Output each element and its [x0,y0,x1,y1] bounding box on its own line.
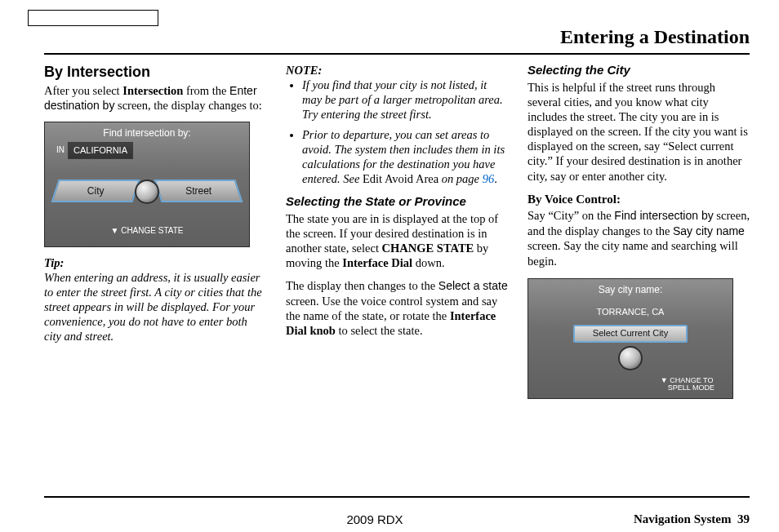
state-box[interactable]: CALIFORNIA [68,142,133,160]
text: After you select [44,84,122,97]
screen1-title: Find intersection by: [45,127,249,140]
street-button-label: Street [185,184,211,197]
text-sans: Select a state [438,279,508,292]
heading-by-intersection: By Intersection [44,63,266,82]
text-bold: CHANGE STATE [382,242,474,255]
tip-body: When entering an address, it is usually … [44,270,266,344]
city-display: TORRANCE, CA [597,307,665,318]
content-columns: By Intersection After you select Interse… [44,63,750,399]
text: SPELL MODE [668,383,714,392]
city-button[interactable]: City [51,180,140,202]
text: Say “City” on the [527,209,614,222]
text-bold: Intersection [122,84,183,97]
state-paragraph-1: The state you are in is displayed at the… [286,211,508,271]
state-paragraph-2: The display then changes to the Select a… [286,278,508,338]
footer-right: Navigation System 39 [634,512,750,526]
city-button-label: City [87,184,105,197]
text: screen. Say the city name and searching … [527,239,738,267]
note-list: If you find that your city is not listed… [286,78,508,186]
text: down. [412,256,444,269]
text: . [494,172,497,185]
text: to select the state. [336,324,423,337]
page-link[interactable]: 96 [483,172,495,185]
text-sans: Say city name [673,224,745,237]
text-bold: Interface Dial [342,256,412,269]
note-item-1: If you find that your city is not listed… [302,78,508,122]
select-current-city-button[interactable]: Select Current City [573,325,688,343]
text: screen, the display changes to: [114,99,261,112]
intro-paragraph: After you select Intersection from the E… [44,83,266,113]
page-number: 39 [737,512,750,525]
state-row: IN CALIFORNIA [56,142,133,160]
city-paragraph-1: This is helpful if the street runs throu… [527,80,750,184]
heading-selecting-city: Selecting the City [527,63,750,78]
column-1: By Intersection After you select Interse… [44,63,266,399]
text: The display then changes to the [286,279,438,292]
nav-screen-say-city: Say city name: TORRANCE, CA Select Curre… [527,278,733,399]
interface-dial-icon[interactable] [618,346,643,370]
voice-paragraph: Say “City” on the Find intersection by s… [527,208,750,268]
note-label: NOTE: [286,63,508,78]
text-sans: Find intersection by [614,209,713,222]
in-label: IN [56,145,65,156]
heading-selecting-state: Selecting the State or Province [286,194,508,210]
spell-mode-label[interactable]: ▼ CHANGE TO SPELL MODE [661,377,714,392]
heading-by-voice: By Voice Control: [527,192,750,207]
tip-label: Tip: [44,255,266,270]
column-2: NOTE: If you find that your city is not … [286,63,508,399]
column-3: Selecting the City This is helpful if th… [527,63,750,399]
text: from the [183,84,229,97]
top-empty-box [28,10,158,26]
footer-model: 2009 RDX [346,512,403,526]
street-button[interactable]: Street [154,180,243,202]
screen2-title: Say city name: [528,284,732,296]
change-state-label[interactable]: ▼ CHANGE STATE [45,226,249,237]
text-roman: Edit Avoid Area [363,172,438,185]
footer-divider [44,496,750,498]
text: on page [438,172,483,185]
interface-dial-icon[interactable] [135,180,159,204]
nav-screen-find-intersection: Find intersection by: IN CALIFORNIA City… [44,122,250,247]
footer-section-label: Navigation System [634,512,732,525]
note-item-2: Prior to departure, you can set areas to… [302,127,508,187]
